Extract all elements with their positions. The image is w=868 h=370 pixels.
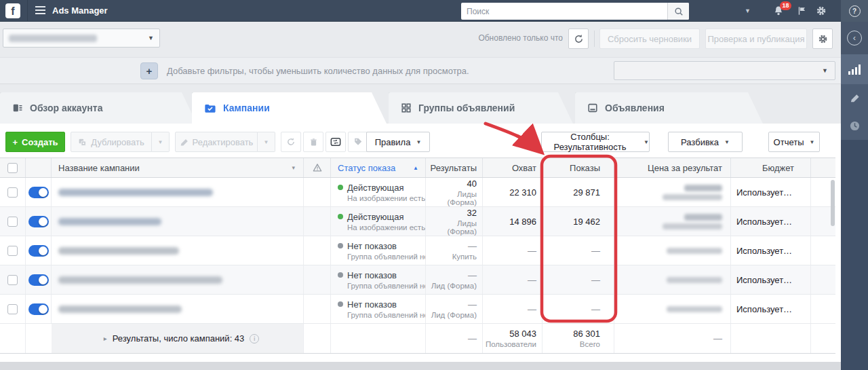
- help-icon[interactable]: ?: [849, 5, 861, 17]
- header-campaign-name[interactable]: Название кампании ▾: [52, 158, 304, 177]
- campaign-name-redacted[interactable]: [58, 218, 161, 225]
- expand-summary-icon[interactable]: ▸: [104, 335, 107, 342]
- campaign-toggle-on[interactable]: [28, 274, 49, 286]
- row-checkbox[interactable]: [7, 217, 18, 227]
- campaign-toggle-on[interactable]: [28, 187, 49, 198]
- header-results[interactable]: Результаты: [426, 158, 483, 177]
- tab-label: Обзор аккаунта: [30, 103, 102, 113]
- duplicate-button-group: Дублировать ▼: [71, 132, 170, 152]
- cost-label-redacted: [663, 194, 722, 200]
- view-settings-gear-button[interactable]: [812, 29, 833, 49]
- table-row: Действующая На изображении есть как 32Ли…: [0, 207, 835, 236]
- select-all-checkbox[interactable]: [7, 163, 18, 173]
- header-reach[interactable]: Охват: [483, 158, 542, 177]
- header-impressions[interactable]: Показы: [542, 158, 614, 177]
- breakdown-dropdown-button[interactable]: Разбивка ▼: [668, 132, 743, 152]
- account-dropdown[interactable]: ▼: [3, 29, 160, 48]
- status-text: Действующая: [347, 212, 404, 222]
- add-filter-button[interactable]: +: [140, 62, 158, 79]
- delete-button[interactable]: [303, 132, 323, 152]
- tab-label: Кампании: [223, 103, 270, 113]
- chevron-down-icon: ▼: [822, 67, 828, 74]
- clock-icon: [849, 120, 861, 132]
- header-label: Показы: [570, 163, 600, 173]
- date-range-dropdown[interactable]: ▼: [614, 61, 835, 80]
- settings-gear-icon[interactable]: [816, 5, 827, 18]
- campaign-name-redacted[interactable]: [58, 276, 222, 284]
- columns-dropdown-button[interactable]: Столбцы: Результативность ▼: [541, 132, 650, 152]
- hamburger-menu-icon[interactable]: [35, 6, 45, 15]
- columns-label: Столбцы: Результативность: [542, 132, 638, 152]
- search-button[interactable]: [667, 3, 689, 20]
- review-publish-button[interactable]: Проверка и публикация: [705, 29, 807, 49]
- row-checkbox[interactable]: [7, 187, 18, 198]
- status-dot-active: [338, 214, 343, 219]
- campaign-toggle-on[interactable]: [28, 245, 49, 257]
- row-checkbox[interactable]: [7, 246, 18, 256]
- filter-bar: + Добавьте фильтры, чтобы уменьшить коли…: [0, 57, 841, 84]
- impressions-value: —: [591, 275, 600, 285]
- vertical-scrollbar-thumb[interactable]: [831, 180, 835, 226]
- app-title: Ads Manager: [52, 0, 108, 22]
- create-button[interactable]: + Создать: [5, 132, 65, 152]
- row-checkbox[interactable]: [7, 275, 18, 285]
- campaign-name-redacted[interactable]: [58, 306, 182, 313]
- info-icon[interactable]: i: [250, 334, 259, 344]
- tab-label: Группы объявлений: [418, 103, 515, 113]
- revert-circle-icon: [286, 137, 296, 147]
- campaign-toggle-on[interactable]: [28, 303, 49, 315]
- pencil-icon: [180, 138, 189, 147]
- tab-campaigns[interactable]: Кампании: [192, 92, 387, 124]
- account-menu-caret-icon[interactable]: ▼: [745, 0, 751, 22]
- header-delivery-status[interactable]: Статус показа ▲: [331, 158, 426, 177]
- ab-test-button[interactable]: [326, 132, 346, 152]
- campaign-name-redacted[interactable]: [58, 189, 213, 196]
- row-action-icons: [281, 132, 370, 152]
- chevron-left-circle-icon: ‹: [847, 31, 862, 45]
- chevron-down-icon: ▼: [264, 139, 269, 145]
- header-issues[interactable]: [304, 158, 331, 177]
- header-cost-per-result[interactable]: Цена за результат: [614, 158, 731, 177]
- header-budget[interactable]: Бюджет: [731, 158, 811, 177]
- sidebar-item-history[interactable]: [841, 111, 868, 140]
- campaign-toggle-on[interactable]: [28, 216, 49, 227]
- topbar: f Ads Manager ▼ 18 ?: [0, 0, 868, 22]
- ad-sets-grid-icon: [401, 103, 412, 113]
- tab-ad-sets[interactable]: Группы объявлений: [389, 92, 573, 124]
- budget-value: Использует…: [731, 217, 810, 227]
- facebook-logo-icon[interactable]: f: [5, 3, 20, 18]
- cost-label-redacted: [663, 223, 722, 229]
- duplicate-caret-button[interactable]: ▼: [152, 132, 170, 152]
- results-type: Купить: [452, 253, 477, 261]
- rules-button[interactable]: Правила ▼: [366, 132, 430, 152]
- row-checkbox[interactable]: [7, 304, 18, 314]
- tab-account-overview[interactable]: Обзор аккаунта: [0, 92, 197, 124]
- notifications-bell-icon[interactable]: 18: [773, 5, 784, 18]
- revert-button[interactable]: [281, 132, 301, 152]
- refresh-button[interactable]: [568, 29, 589, 49]
- reach-total-label: Пользователи: [486, 340, 536, 348]
- sidebar-item-edit[interactable]: [841, 84, 868, 111]
- campaign-name-redacted[interactable]: [58, 247, 179, 255]
- search-input[interactable]: [461, 3, 667, 20]
- chevron-down-icon: ▼: [724, 139, 730, 145]
- duplicate-button[interactable]: Дублировать: [71, 132, 152, 152]
- pages-flag-icon[interactable]: [797, 6, 806, 18]
- edit-caret-button[interactable]: ▼: [258, 132, 275, 152]
- tag-button[interactable]: [348, 132, 368, 152]
- discard-drafts-button[interactable]: Сбросить черновики: [599, 29, 700, 49]
- sidebar-collapse-button[interactable]: ‹: [841, 22, 868, 54]
- search-box: [461, 3, 689, 20]
- table-summary-row: ▸ Результаты, число кампаний: 43 i — 58 …: [0, 324, 835, 354]
- sidebar-item-charts[interactable]: [841, 54, 868, 84]
- filter-placeholder-text[interactable]: Добавьте фильтры, чтобы уменьшить количе…: [167, 58, 469, 85]
- edit-button[interactable]: Редактировать: [175, 132, 258, 152]
- table-row: Нет показов Группа объявлений неакт —Лид…: [0, 265, 835, 295]
- reports-dropdown-button[interactable]: Отчеты ▼: [768, 132, 820, 152]
- horizontal-scrollbar-track[interactable]: [0, 362, 841, 370]
- impressions-value: —: [591, 246, 600, 256]
- updated-status-text: Обновлено только что: [448, 29, 563, 48]
- status-dot-inactive: [338, 243, 343, 248]
- tab-ads[interactable]: Объявления: [575, 92, 763, 124]
- impressions-total: 86 301: [573, 329, 600, 339]
